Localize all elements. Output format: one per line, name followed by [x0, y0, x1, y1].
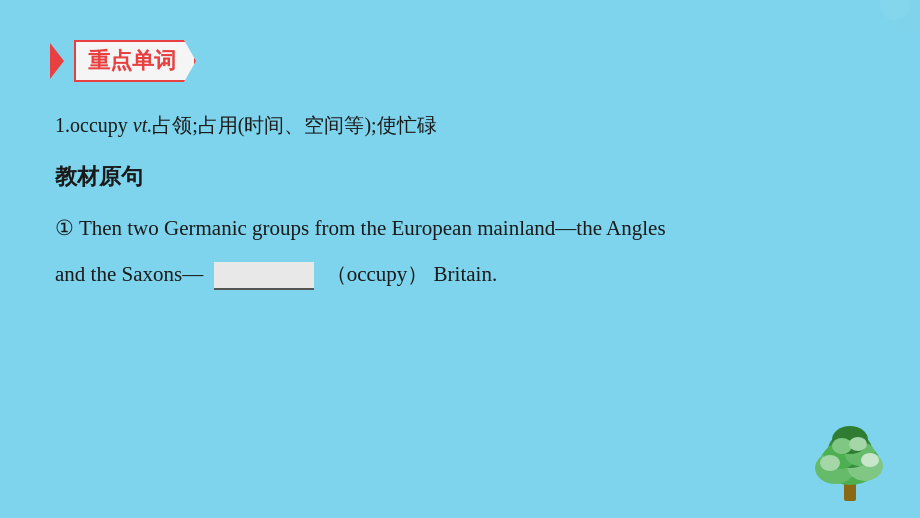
- sentence-part2: and the Saxons—: [55, 262, 203, 286]
- sentence-part1: Then two Germanic groups from the Europe…: [79, 216, 666, 240]
- circle-deco-icon: [840, 0, 920, 80]
- slide-container: 重点单词 1.occupy vt.占领;占用(时间、空间等);使忙碌 教材原句 …: [0, 0, 920, 518]
- sentence-block: ① Then two Germanic groups from the Euro…: [55, 210, 870, 294]
- svg-point-10: [820, 455, 840, 471]
- tree-icon: [800, 408, 900, 508]
- section-title: 教材原句: [55, 162, 870, 192]
- sentence-line-2: and the Saxons— （occupy） Britain.: [55, 256, 870, 294]
- header-badge: 重点单词: [50, 40, 196, 82]
- vocab-line: 1.occupy vt.占领;占用(时间、空间等);使忙碌: [55, 110, 870, 140]
- fill-blank-input[interactable]: [214, 262, 314, 290]
- vocab-pos: vt.: [133, 114, 152, 136]
- sentence-number: ①: [55, 216, 74, 240]
- sentence-line-1: ① Then two Germanic groups from the Euro…: [55, 210, 870, 248]
- vocab-definition: 占领;占用(时间、空间等);使忙碌: [152, 114, 436, 136]
- tree-decoration: [800, 408, 900, 508]
- content-area: 1.occupy vt.占领;占用(时间、空间等);使忙碌 教材原句 ① The…: [50, 110, 870, 294]
- badge-text: 重点单词: [88, 48, 176, 73]
- svg-point-9: [849, 437, 867, 451]
- badge-box: 重点单词: [74, 40, 196, 82]
- vocab-number: 1.occupy: [55, 114, 133, 136]
- svg-point-8: [832, 438, 852, 454]
- svg-point-11: [861, 453, 879, 467]
- sentence-hint: （occupy）: [326, 262, 429, 286]
- sentence-part3: Britain.: [434, 262, 498, 286]
- badge-arrow-icon: [50, 43, 64, 79]
